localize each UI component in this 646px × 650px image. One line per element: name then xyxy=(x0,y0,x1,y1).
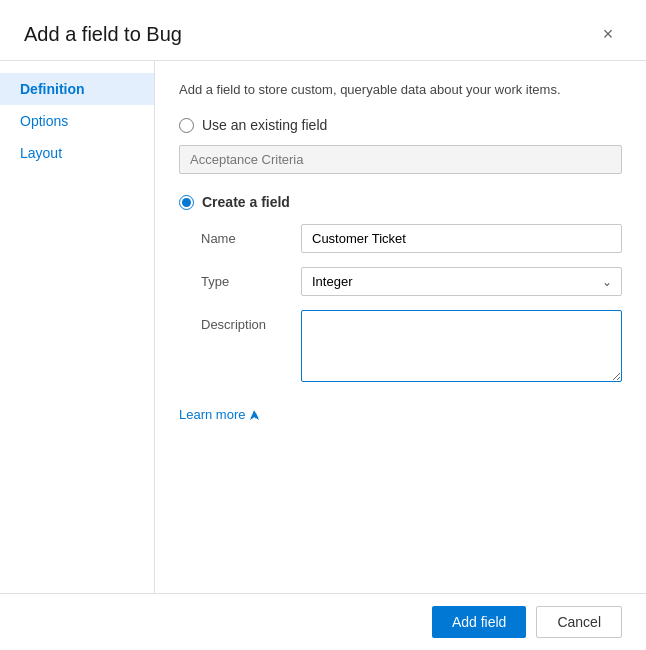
create-field-form: Name Type Integer String Double DateTime… xyxy=(201,224,622,382)
learn-more-row: Learn more ⮝ xyxy=(179,406,622,422)
create-field-radio-row: Create a field xyxy=(179,194,622,210)
create-field-label[interactable]: Create a field xyxy=(202,194,290,210)
use-existing-radio[interactable] xyxy=(179,118,194,133)
type-select[interactable]: Integer String Double DateTime PlainText… xyxy=(301,267,622,296)
main-content: Add a field to store custom, queryable d… xyxy=(155,61,646,593)
dialog-footer: Add field Cancel xyxy=(0,593,646,650)
learn-more-link[interactable]: Learn more ⮝ xyxy=(179,407,260,422)
add-field-dialog: Add a field to Bug × Definition Options … xyxy=(0,0,646,650)
create-field-radio[interactable] xyxy=(179,195,194,210)
dialog-body: Definition Options Layout Add a field to… xyxy=(0,61,646,593)
existing-field-input[interactable] xyxy=(179,145,622,174)
create-field-section: Create a field Name Type Integer String … xyxy=(179,194,622,382)
type-label: Type xyxy=(201,267,301,289)
description-label: Description xyxy=(201,310,301,332)
description-text: Add a field to store custom, queryable d… xyxy=(179,81,622,99)
use-existing-label[interactable]: Use an existing field xyxy=(202,117,327,133)
dialog-title: Add a field to Bug xyxy=(24,23,182,46)
cancel-button[interactable]: Cancel xyxy=(536,606,622,638)
sidebar-item-options[interactable]: Options xyxy=(0,105,154,137)
type-select-wrapper: Integer String Double DateTime PlainText… xyxy=(301,267,622,296)
name-label: Name xyxy=(201,224,301,246)
learn-more-text: Learn more xyxy=(179,407,245,422)
close-button[interactable]: × xyxy=(594,20,622,48)
external-link-icon: ⮝ xyxy=(249,409,260,421)
sidebar-item-layout[interactable]: Layout xyxy=(0,137,154,169)
sidebar-item-definition[interactable]: Definition xyxy=(0,73,154,105)
name-input[interactable] xyxy=(301,224,622,253)
sidebar: Definition Options Layout xyxy=(0,61,155,593)
description-textarea[interactable] xyxy=(301,310,622,382)
dialog-header: Add a field to Bug × xyxy=(0,0,646,61)
use-existing-radio-row: Use an existing field xyxy=(179,117,622,133)
add-field-button[interactable]: Add field xyxy=(432,606,526,638)
